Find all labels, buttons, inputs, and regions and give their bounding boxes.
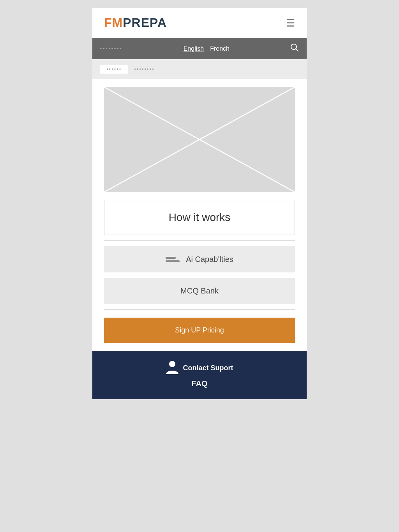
- navbar: •••••••• English French: [92, 38, 307, 59]
- svg-line-1: [296, 49, 298, 51]
- ai-capabilities-icon: [166, 257, 180, 262]
- navbar-dots: ••••••••: [100, 46, 123, 51]
- footer-contact-text: Coniact Suport: [183, 364, 233, 372]
- mcq-bank-label: MCQ Bank: [180, 286, 219, 295]
- search-icon[interactable]: [290, 43, 299, 54]
- lang-english[interactable]: English: [184, 45, 204, 52]
- logo: FMPREPA: [104, 16, 167, 30]
- how-it-works-title: How it works: [169, 211, 231, 223]
- footer-contact: Coniact Suport: [100, 360, 299, 376]
- page-wrapper: FMPREPA ☰ •••••••• English French ••••••…: [92, 8, 307, 399]
- footer-faq[interactable]: FAQ: [100, 379, 299, 388]
- divider-1: [104, 240, 295, 241]
- divider-2: [104, 309, 295, 310]
- person-icon: [166, 360, 178, 376]
- svg-point-5: [169, 361, 175, 367]
- hero-image: [104, 87, 295, 192]
- lang-french[interactable]: French: [210, 45, 230, 52]
- navbar-langs: English French: [184, 45, 230, 52]
- footer: Coniact Suport FAQ: [92, 351, 307, 399]
- ai-capabilities-box[interactable]: Ai Capab'lties: [104, 246, 295, 272]
- logo-prepa: PREPA: [123, 16, 167, 30]
- logo-fm: FM: [104, 16, 123, 30]
- signup-pricing-button[interactable]: Sign UP Pricing: [104, 318, 295, 343]
- subnav-item-1[interactable]: ••••••: [100, 65, 128, 74]
- mcq-bank-box[interactable]: MCQ Bank: [104, 278, 295, 304]
- ai-capabilities-label: Ai Capab'lties: [186, 255, 233, 264]
- subnav-item-2[interactable]: ••••••••: [128, 65, 161, 74]
- how-it-works-box: How it works: [104, 200, 295, 235]
- header: FMPREPA ☰: [92, 8, 307, 38]
- hamburger-icon[interactable]: ☰: [286, 18, 295, 28]
- subnav: •••••• ••••••••: [92, 59, 307, 79]
